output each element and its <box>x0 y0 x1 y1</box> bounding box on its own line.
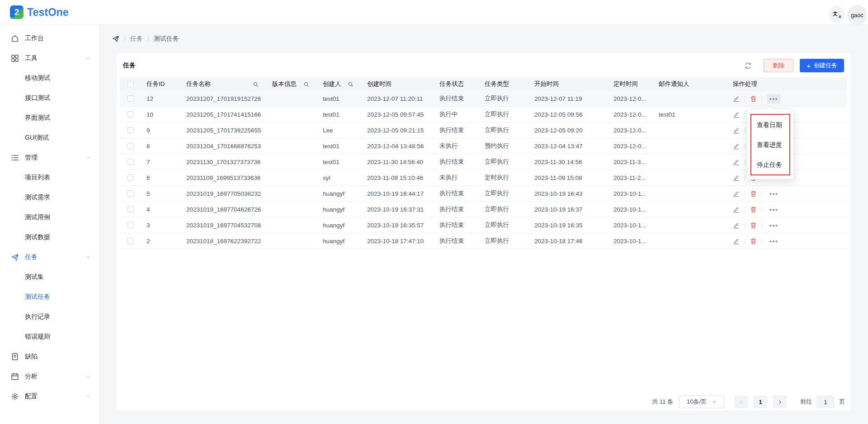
cell-start: 2023-10-19 16:43 <box>529 186 608 201</box>
sidebar-item-测试集[interactable]: 测试集 <box>0 267 99 287</box>
menu-item-查看日期[interactable]: 查看日期 <box>751 115 789 135</box>
edit-icon[interactable] <box>733 127 740 134</box>
trash-icon[interactable] <box>750 206 757 213</box>
delete-button[interactable]: 删除 <box>764 59 793 72</box>
edit-icon[interactable] <box>733 238 740 245</box>
sidebar-item-执行记录[interactable]: 执行记录 <box>0 307 99 327</box>
edit-icon[interactable] <box>733 190 740 197</box>
row-checkbox[interactable] <box>127 159 134 165</box>
sidebar: 工作台工具移动测试接口测试界面测试GUI测试管理项目列表测试需求测试用例测试数据… <box>0 25 99 424</box>
sidebar-item-接口测试[interactable]: 接口测试 <box>0 88 99 108</box>
cell-version <box>267 122 317 138</box>
search-icon[interactable] <box>253 81 259 87</box>
row-checkbox[interactable] <box>127 143 134 149</box>
sidebar-item-label: 分析 <box>25 372 85 381</box>
sidebar-item-配置[interactable]: 配置 <box>0 386 99 406</box>
cell-creator: syl <box>317 170 362 185</box>
panel-actions: 删除 + 创建任务 <box>744 59 844 72</box>
row-checkbox[interactable] <box>127 111 134 118</box>
calendar-icon <box>11 372 19 381</box>
menu-item-停止任务[interactable]: 停止任务 <box>751 155 789 174</box>
more-actions-icon[interactable]: ••• <box>767 205 781 214</box>
sidebar-item-测试用例[interactable]: 测试用例 <box>0 207 99 227</box>
cell-version <box>267 170 317 185</box>
row-checkbox[interactable] <box>127 206 134 212</box>
cell-notify <box>653 233 717 249</box>
edit-icon[interactable] <box>733 143 740 150</box>
more-actions-icon[interactable]: ••• <box>767 221 781 230</box>
more-actions-icon[interactable]: ••• <box>767 94 781 104</box>
breadcrumb-item-tasks[interactable]: 任务 <box>130 35 143 43</box>
refresh-icon[interactable] <box>744 62 752 70</box>
create-task-button[interactable]: + 创建任务 <box>800 59 844 72</box>
cell-timer: 2023-10-1... <box>608 202 653 217</box>
cell-start: 2023-12-05 09:56 <box>529 107 608 122</box>
row-checkbox[interactable] <box>127 174 134 181</box>
sidebar-item-分析[interactable]: 分析 <box>0 367 99 386</box>
column-header-任务ID: 任务ID <box>141 77 181 91</box>
goto-page-input[interactable]: 1 <box>816 396 835 408</box>
sidebar-item-工作台[interactable]: 工作台 <box>0 28 99 48</box>
edit-icon[interactable] <box>733 111 740 118</box>
task-panel: 任务 删除 + 创建任务 任务ID任务名称版本信息创建人创建时间任务状态任务类型… <box>117 53 850 410</box>
sidebar-item-界面测试[interactable]: 界面测试 <box>0 108 99 128</box>
sidebar-item-移动测试[interactable]: 移动测试 <box>0 68 99 88</box>
row-checkbox[interactable] <box>127 127 134 133</box>
edit-icon[interactable] <box>733 95 740 102</box>
menu-item-查看进度[interactable]: 查看进度 <box>751 135 789 155</box>
cell-created: 2023-12-07 11:20:11 <box>362 91 434 106</box>
sidebar-item-错误规则[interactable]: 错误规则 <box>0 327 99 347</box>
cell-name: 20231019_1697704626726 <box>181 202 267 217</box>
prev-page-button[interactable] <box>734 396 748 408</box>
trash-icon[interactable] <box>750 95 757 102</box>
language-switch-button[interactable]: 文A <box>829 6 845 23</box>
more-actions-icon[interactable]: ••• <box>767 236 781 246</box>
column-header-label: 版本信息 <box>272 80 297 88</box>
chevron-down-icon <box>712 400 717 404</box>
row-checkbox[interactable] <box>127 190 134 197</box>
sidebar-item-工具[interactable]: 工具 <box>0 48 99 68</box>
cell-status: 执行结束 <box>434 154 479 170</box>
sidebar-item-label: GUI测试 <box>25 134 91 142</box>
page-size-select[interactable]: 10条/页 <box>679 396 724 408</box>
cell-name: 20231018_1697622392722 <box>181 233 267 249</box>
cell-created: 2023-10-19 16:35:57 <box>362 217 434 233</box>
cell-version <box>267 202 317 217</box>
sidebar-item-测试数据[interactable]: 测试数据 <box>0 227 99 247</box>
sidebar-item-测试任务[interactable]: 测试任务 <box>0 287 99 307</box>
cell-name: 20231109_1699513733636 <box>181 170 267 185</box>
trash-icon[interactable] <box>750 238 757 245</box>
edit-icon[interactable] <box>733 206 740 213</box>
sidebar-item-缺陷[interactable]: 缺陷 <box>0 347 99 367</box>
sidebar-item-label: 测试需求 <box>25 193 91 202</box>
sidebar-item-GUI测试[interactable]: GUI测试 <box>0 128 99 148</box>
edit-icon[interactable] <box>733 222 740 229</box>
edit-icon[interactable] <box>733 174 740 181</box>
column-header-label: 邮件通知人 <box>659 80 689 88</box>
cell-id: 3 <box>141 217 181 233</box>
sidebar-item-任务[interactable]: 任务 <box>0 247 99 267</box>
next-page-button[interactable] <box>773 396 787 408</box>
row-checkbox[interactable] <box>127 222 134 228</box>
trash-icon[interactable] <box>750 190 757 197</box>
row-checkbox[interactable] <box>127 238 134 244</box>
row-checkbox[interactable] <box>127 95 134 102</box>
cell-creator: test01 <box>317 107 362 122</box>
trash-icon[interactable] <box>750 222 757 229</box>
sidebar-item-label: 接口测试 <box>25 94 91 102</box>
search-icon[interactable] <box>303 81 309 87</box>
sidebar-item-项目列表[interactable]: 项目列表 <box>0 168 99 188</box>
user-avatar[interactable]: gaoc <box>847 5 867 25</box>
search-icon[interactable] <box>348 81 354 87</box>
more-actions-icon[interactable]: ••• <box>767 189 781 198</box>
cell-notify <box>653 217 717 233</box>
edit-icon[interactable] <box>733 159 740 165</box>
select-all-checkbox[interactable] <box>127 81 134 87</box>
cell-created: 2023-10-18 17:47:10 <box>362 233 434 249</box>
sidebar-item-测试需求[interactable]: 测试需求 <box>0 188 99 207</box>
column-header-label: 任务名称 <box>186 80 211 88</box>
sidebar-item-管理[interactable]: 管理 <box>0 148 99 168</box>
app-logo[interactable]: 2 TestOne <box>10 5 69 19</box>
page-number-button[interactable]: 1 <box>754 396 767 408</box>
cell-name: 20231204_1701668876253 <box>181 138 267 154</box>
